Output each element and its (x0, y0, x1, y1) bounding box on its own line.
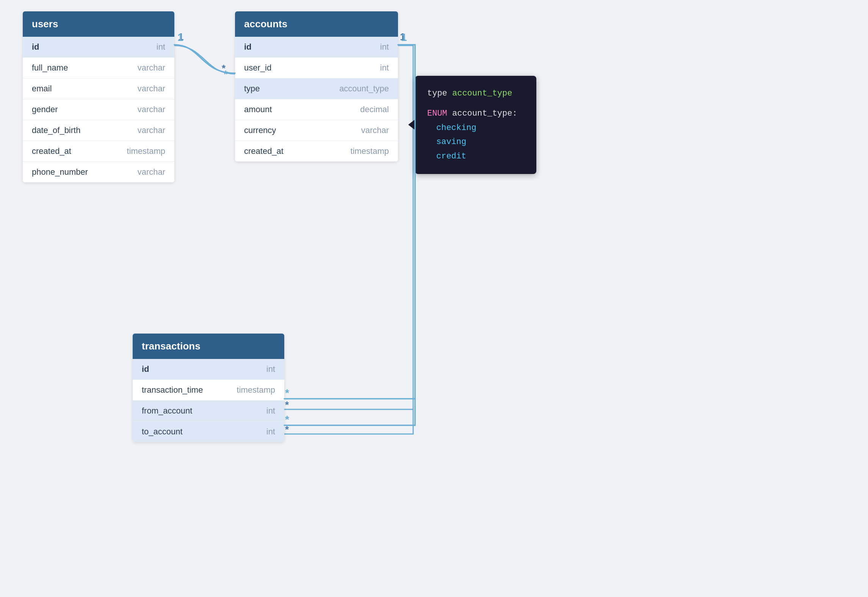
accounts-table[interactable]: accounts id int user_id int type account… (235, 11, 398, 161)
rel-label-accounts-star: * (222, 63, 226, 74)
accounts-row-currency: currency varchar (235, 120, 398, 141)
tooltip-arrow (408, 119, 415, 130)
accounts-col-currency-type: varchar (361, 125, 389, 135)
transactions-col-id-name: id (142, 364, 149, 374)
users-col-dob-name: date_of_birth (32, 125, 80, 135)
transactions-row-from: from_account int (133, 401, 284, 422)
accounts-col-id-type: int (380, 42, 389, 52)
accounts-col-created-at-name: created_at (244, 146, 284, 156)
accounts-row-created-at: created_at timestamp (235, 141, 398, 161)
transactions-col-id-type: int (266, 364, 275, 374)
transactions-table[interactable]: transactions id int transaction_time tim… (133, 334, 284, 442)
transactions-col-from-name: from_account (142, 406, 192, 416)
accounts-row-type: type account_type (235, 78, 398, 99)
users-row-full-name: full_name varchar (23, 58, 174, 78)
rel-label-users-1: 1 (178, 31, 183, 43)
users-col-gender-type: varchar (138, 105, 165, 114)
tooltip-line-1: type account_type (427, 86, 524, 100)
accounts-row-user-id: user_id int (235, 58, 398, 78)
accounts-col-id-name: id (244, 42, 252, 52)
rel-label-accounts-1: 1 (400, 31, 405, 43)
users-row-phone: phone_number varchar (23, 162, 174, 182)
users-col-id-type: int (157, 42, 165, 52)
accounts-col-created-at-type: timestamp (351, 146, 389, 156)
users-row-dob: date_of_birth varchar (23, 120, 174, 141)
tooltip-line-checking: checking (427, 121, 524, 135)
users-row-email: email varchar (23, 78, 174, 99)
rel-label-transactions-to-star: * (285, 424, 289, 436)
transactions-table-header: transactions (133, 334, 284, 359)
svg-text:*: * (285, 387, 289, 399)
users-col-created-at-name: created_at (32, 146, 71, 156)
accounts-col-type-type: account_type (339, 84, 389, 94)
tooltip-line-credit: credit (427, 149, 524, 163)
users-col-full-name-type: varchar (138, 63, 165, 73)
transactions-col-to-type: int (266, 427, 275, 437)
users-col-full-name-name: full_name (32, 63, 68, 73)
users-col-phone-type: varchar (138, 167, 165, 177)
users-col-email-name: email (32, 84, 52, 94)
accounts-col-amount-name: amount (244, 105, 272, 114)
accounts-row-amount: amount decimal (235, 99, 398, 120)
users-col-dob-type: varchar (138, 125, 165, 135)
users-col-phone-name: phone_number (32, 167, 88, 177)
rel-label-transactions-from-star: * (285, 399, 289, 411)
enum-tooltip: type account_type ENUM account_type: che… (415, 76, 536, 174)
transactions-col-time-name: transaction_time (142, 385, 203, 395)
users-row-id: id int (23, 37, 174, 58)
users-col-created-at-type: timestamp (127, 146, 165, 156)
users-col-gender-name: gender (32, 105, 58, 114)
transactions-row-id: id int (133, 359, 284, 380)
users-table-header: users (23, 11, 174, 37)
tooltip-line-saving: saving (427, 135, 524, 149)
users-row-created-at: created_at timestamp (23, 141, 174, 162)
accounts-col-user-id-type: int (380, 63, 389, 73)
diagram-container: 1 * 1 * * users id int full_name varchar… (0, 0, 868, 597)
accounts-row-id: id int (235, 37, 398, 58)
users-col-id-name: id (32, 42, 39, 52)
users-row-gender: gender varchar (23, 99, 174, 120)
transactions-col-to-name: to_account (142, 427, 183, 437)
accounts-col-type-name: type (244, 84, 260, 94)
users-table[interactable]: users id int full_name varchar email var… (23, 11, 174, 182)
transactions-col-from-type: int (266, 406, 275, 416)
accounts-col-amount-type: decimal (360, 105, 389, 114)
accounts-col-currency-name: currency (244, 125, 276, 135)
transactions-col-time-type: timestamp (237, 385, 275, 395)
accounts-col-user-id-name: user_id (244, 63, 271, 73)
accounts-table-header: accounts (235, 11, 398, 37)
tooltip-line-2: ENUM account_type: (427, 107, 524, 121)
transactions-row-time: transaction_time timestamp (133, 380, 284, 401)
transactions-row-to: to_account int (133, 422, 284, 442)
users-col-email-type: varchar (138, 84, 165, 94)
